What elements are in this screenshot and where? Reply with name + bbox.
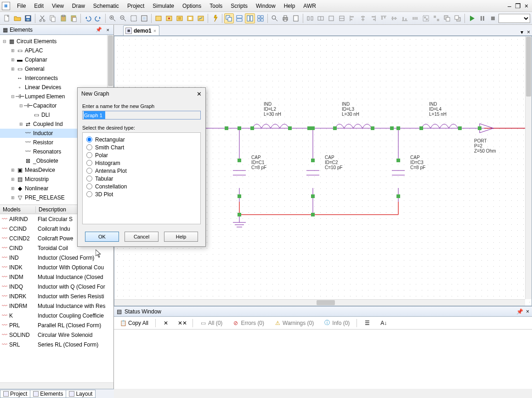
- pause-button[interactable]: [477, 13, 487, 23]
- layout-tool-2[interactable]: [316, 13, 326, 23]
- filter-warnings-button[interactable]: ⚠Warnings (0): [271, 318, 317, 328]
- filter-errors-button[interactable]: ⊘Errors (0): [229, 318, 267, 328]
- graph-type-option[interactable]: Smith Chart: [86, 143, 197, 151]
- model-row[interactable]: 〰PRLParallel RL (Closed Form): [0, 320, 113, 330]
- clear-button[interactable]: ✕: [159, 318, 172, 328]
- cascade-windows-button[interactable]: [224, 13, 234, 23]
- menu-simulate[interactable]: Simulate: [148, 1, 178, 11]
- new-system-button[interactable]: [164, 13, 174, 23]
- graph-type-option[interactable]: Histogram: [86, 159, 197, 167]
- model-row[interactable]: 〰INDInductor (Closed Form): [0, 253, 113, 262]
- menu-awr[interactable]: AWR: [299, 1, 320, 11]
- doc-tab-close-icon[interactable]: ×: [153, 28, 156, 34]
- tree-expander-icon[interactable]: ⊞: [10, 67, 16, 71]
- align-top-button[interactable]: [379, 13, 389, 23]
- menu-options[interactable]: Options: [178, 1, 205, 11]
- cut-button[interactable]: [37, 13, 47, 23]
- distribute-button[interactable]: [410, 13, 420, 23]
- panel-pin-icon[interactable]: 📌: [94, 27, 103, 33]
- graph-type-radio[interactable]: [86, 191, 92, 197]
- new-graph-button[interactable]: [196, 13, 206, 23]
- graph-type-option[interactable]: Polar: [86, 151, 197, 159]
- tile-horizontal-button[interactable]: [234, 13, 244, 23]
- tile-vertical-button[interactable]: [245, 13, 255, 23]
- menu-edit[interactable]: Edit: [30, 1, 48, 11]
- canvas-hscrollbar[interactable]: [114, 299, 525, 306]
- align-left-button[interactable]: [347, 13, 357, 23]
- align-center-v-button[interactable]: [389, 13, 399, 23]
- dialog-close-icon[interactable]: ✕: [197, 91, 202, 97]
- sort-button[interactable]: A↓: [377, 318, 390, 328]
- doc-tabs-dropdown-icon[interactable]: ▾: [519, 29, 525, 35]
- tree-expander-icon[interactable]: ⊞: [10, 48, 16, 53]
- model-row[interactable]: 〰INDKInductor With Optional Cou: [0, 262, 113, 272]
- align-right-button[interactable]: [368, 13, 379, 23]
- status-window-close-icon[interactable]: ×: [526, 308, 529, 315]
- list-view-button[interactable]: ☰: [361, 318, 374, 328]
- doc-tabs-close-icon[interactable]: ×: [525, 29, 532, 35]
- new-netlist-button[interactable]: [185, 13, 195, 23]
- layout-tool-1[interactable]: [305, 13, 315, 23]
- status-window-pin-icon[interactable]: 📌: [516, 308, 523, 315]
- graph-type-radio[interactable]: [86, 152, 92, 158]
- menu-draw[interactable]: Draw: [68, 1, 89, 11]
- script-combo[interactable]: [498, 14, 531, 23]
- bottom-tab-elements[interactable]: Elements: [30, 390, 66, 398]
- tree-item[interactable]: ⊞▭General: [0, 64, 113, 74]
- zoom-out-button[interactable]: [118, 13, 128, 23]
- menu-file[interactable]: File: [13, 1, 30, 11]
- filter-info-button[interactable]: ⓘInfo (0): [321, 318, 353, 328]
- graph-type-option[interactable]: Rectangular: [86, 136, 197, 143]
- copy-button[interactable]: [48, 13, 58, 23]
- graph-type-radio[interactable]: [86, 168, 92, 174]
- clear-all-button[interactable]: ✕✕: [176, 318, 189, 328]
- model-row[interactable]: 〰SRLSeries RL (Closed Form): [0, 340, 113, 349]
- undo-button[interactable]: [83, 13, 93, 23]
- graph-type-radio[interactable]: [86, 176, 92, 182]
- new-emstructure-button[interactable]: [175, 13, 185, 23]
- menu-view[interactable]: View: [48, 1, 68, 11]
- graph-type-option[interactable]: Tabular: [86, 175, 197, 182]
- layout-tool-4[interactable]: [337, 13, 347, 23]
- window-minimize-button[interactable]: –: [506, 2, 513, 10]
- graph-type-radio[interactable]: [86, 144, 92, 150]
- graph-type-option[interactable]: Antenna Plot: [86, 167, 197, 175]
- new-file-button[interactable]: [2, 13, 12, 23]
- menu-tools[interactable]: Tools: [205, 1, 226, 11]
- graph-type-radio[interactable]: [86, 136, 92, 142]
- tree-expander-icon[interactable]: ⊞: [10, 186, 16, 191]
- graph-type-option[interactable]: Constellation: [86, 182, 197, 190]
- send-back-button[interactable]: [453, 13, 463, 23]
- paste-button[interactable]: [58, 13, 68, 23]
- canvas-vscrollbar[interactable]: [525, 36, 532, 299]
- open-file-button[interactable]: [12, 13, 23, 23]
- bring-front-button[interactable]: [442, 13, 452, 23]
- window-close-button[interactable]: ×: [523, 2, 530, 10]
- menu-window[interactable]: Window: [252, 1, 280, 11]
- align-bottom-button[interactable]: [400, 13, 410, 23]
- play-button[interactable]: [467, 13, 477, 23]
- stop-button[interactable]: [488, 13, 498, 23]
- align-center-h-button[interactable]: [358, 13, 368, 23]
- save-button[interactable]: [23, 13, 33, 23]
- print-button[interactable]: [280, 13, 290, 23]
- redo-button[interactable]: [93, 13, 103, 23]
- filter-all-button[interactable]: ▭All (0): [197, 318, 226, 328]
- ungroup-button[interactable]: [431, 13, 441, 23]
- ok-button[interactable]: OK: [85, 232, 119, 242]
- tree-expander-icon[interactable]: ⊞: [10, 57, 16, 62]
- layout-tool-3[interactable]: [326, 13, 336, 23]
- model-row[interactable]: 〰SOLINDCircular Wire Solenoid: [0, 330, 113, 340]
- menu-scripts[interactable]: Scripts: [226, 1, 252, 11]
- tree-item[interactable]: ⊞▭APLAC: [0, 46, 113, 55]
- model-row[interactable]: 〰KInductor Coupling Coefficie: [0, 311, 113, 320]
- col-models[interactable]: Models: [0, 206, 36, 213]
- tree-item[interactable]: ⊟▦Circuit Elements: [0, 37, 113, 46]
- models-hscrollbar[interactable]: [0, 382, 113, 389]
- menu-schematic[interactable]: Schematic: [89, 1, 123, 11]
- bottom-tab-project[interactable]: Project: [0, 390, 30, 398]
- group-button[interactable]: [421, 13, 431, 23]
- model-row[interactable]: 〰INDQInductor with Q (Closed For: [0, 282, 113, 291]
- bottom-tab-layout[interactable]: Layout: [66, 390, 96, 398]
- doc-tab-demo1[interactable]: ▦ demo1 ×: [123, 25, 159, 35]
